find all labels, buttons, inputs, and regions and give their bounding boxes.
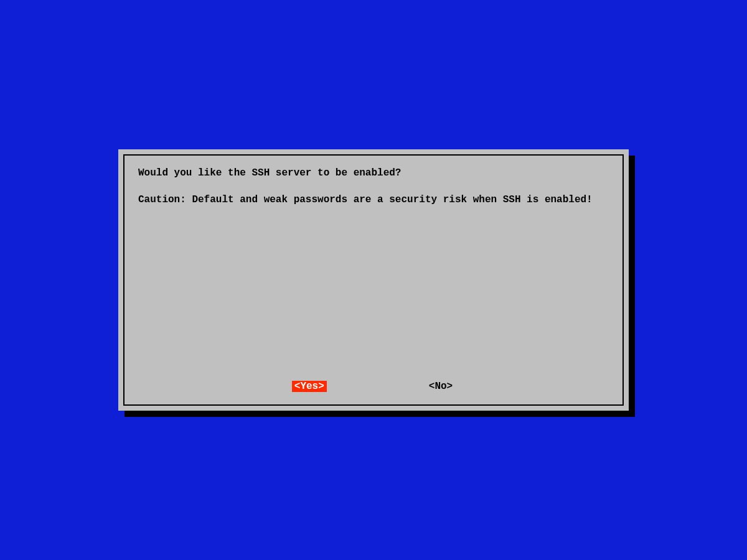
- no-button[interactable]: <No>: [426, 381, 455, 392]
- dialog-shadow: Would you like the SSH server to be enab…: [118, 149, 629, 411]
- dialog-question: Would you like the SSH server to be enab…: [138, 167, 401, 179]
- dialog-frame: Would you like the SSH server to be enab…: [123, 154, 624, 406]
- dialog-box: Would you like the SSH server to be enab…: [118, 149, 629, 411]
- dialog-message: Would you like the SSH server to be enab…: [138, 167, 609, 375]
- dialog-button-row: <Yes> <No>: [138, 375, 609, 396]
- yes-button[interactable]: <Yes>: [292, 381, 327, 392]
- dialog-caution: Caution: Default and weak passwords are …: [138, 194, 593, 205]
